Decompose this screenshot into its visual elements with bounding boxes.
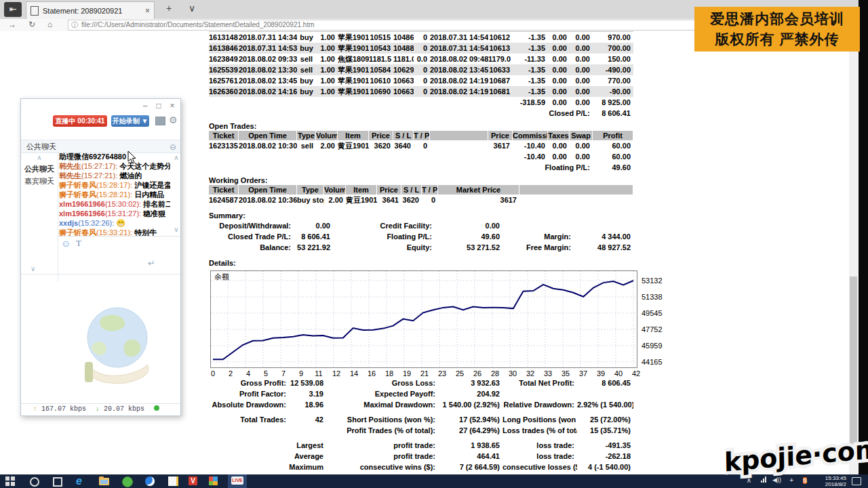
tab-close-icon[interactable]: ×	[145, 6, 150, 16]
table-row: Profit Trades (% of total):27 (64.29%)Lo…	[209, 425, 633, 436]
table-cell: -262.18	[577, 451, 633, 462]
sidebar-item-guest-chat[interactable]: 嘉宾聊天	[21, 175, 58, 187]
message-time: (15:28:17):	[96, 181, 132, 189]
table-cell	[209, 425, 289, 436]
chat-scrollbar[interactable]: ∧ ∨	[173, 153, 180, 235]
table-cell: 1179.0	[488, 54, 513, 64]
tab-title: Statement: 2089020921	[43, 7, 141, 15]
table-cell: 0.00	[548, 86, 570, 97]
minimize-icon[interactable]: –	[140, 100, 151, 111]
tab-preview-chevron-icon[interactable]: ∨	[184, 3, 199, 14]
sidebar-down-icon[interactable]: ∨	[31, 264, 35, 274]
closed-trades-totals: -318.590.000.008 925.00	[209, 97, 633, 108]
summary-title: Summary:	[209, 211, 633, 220]
table-cell: Swap	[570, 131, 593, 140]
browser-tab[interactable]: Statement: 2089020921 ×	[26, 1, 155, 19]
working-orders-header: TicketOpen TimeTypeVolumeItemPriceS / LT…	[209, 185, 633, 195]
y-axis-tick: 44165	[642, 358, 672, 366]
start-button-icon[interactable]	[5, 476, 16, 487]
live-status-button[interactable]: 直播中 00:30:41 ▼	[53, 115, 107, 127]
table-cell	[430, 140, 488, 151]
cortana-icon[interactable]	[30, 477, 41, 488]
table-cell: Taxes	[548, 131, 570, 140]
watermark-line-1: 爱思潘内部会员培训	[694, 9, 860, 29]
table-cell: 苹果1901	[338, 32, 369, 43]
task-view-icon[interactable]	[53, 477, 64, 488]
table-cell	[289, 425, 326, 436]
scrollbar-thumb[interactable]	[850, 277, 857, 446]
close-icon[interactable]: ×	[167, 100, 178, 111]
x-axis-tick: 26	[471, 369, 484, 378]
chat-message: xxdjs(15:32:26):😁	[59, 218, 170, 228]
table-row: Maximumconsecutive wins ($):7 (2 664.59)…	[209, 462, 633, 472]
table-cell: -1.35	[513, 43, 548, 54]
chat-scroll-up-icon[interactable]: ∧	[173, 153, 180, 163]
table-row: TicketOpen TimeTypeVolumeItemPriceS / LT…	[209, 185, 633, 195]
table-cell: 2.92% (1 540.00)	[577, 399, 633, 410]
foxit-reader-icon[interactable]: V	[189, 476, 199, 487]
edge-browser-icon[interactable]: e	[76, 476, 87, 487]
table-cell: Maximal Drawdown:	[326, 399, 438, 410]
chat-controls: 直播中 00:30:41 ▼ 开始录制 ▼ ⚙	[21, 114, 180, 130]
refresh-icon[interactable]: ↻	[28, 20, 35, 29]
table-cell: 60.00	[593, 151, 633, 162]
message-time: (15:27:21):	[81, 171, 117, 180]
file-explorer-icon[interactable]	[99, 476, 110, 487]
table-cell: 150.00	[593, 54, 633, 64]
notes-app-icon[interactable]	[168, 476, 179, 487]
table-cell: 2018.08.02 09:48:40	[430, 54, 488, 64]
download-speed: 20.07 kbps	[104, 405, 144, 413]
open-trades-title: Open Trades:	[209, 121, 633, 131]
x-axis-tick: 39	[594, 369, 608, 378]
live-stream-app-icon[interactable]: LIVE	[228, 474, 247, 488]
table-cell: loss trade:	[502, 440, 577, 451]
table-cell: consecutive losses ($):	[502, 462, 577, 472]
table-cell: S / L	[393, 131, 414, 140]
sidebar-up-icon[interactable]: ∧	[21, 153, 58, 163]
table-cell: 10515	[369, 32, 393, 43]
media-app-icon[interactable]	[209, 476, 220, 487]
table-cell: 0.00	[548, 43, 570, 54]
table-row: 16138462018.07.31 14:53:36buy1.00苹果19011…	[209, 43, 633, 54]
chat-message: 狮子斩春风(15:28:21):日内精品	[59, 190, 170, 199]
table-cell: 4 344.00	[574, 231, 633, 242]
home-icon[interactable]: ⌂	[47, 20, 52, 29]
emoji-icon[interactable]: ☺	[61, 238, 71, 249]
360-browser-icon[interactable]	[122, 476, 133, 487]
collapse-icon[interactable]: ⊖	[170, 141, 176, 153]
table-cell: 42	[289, 414, 326, 425]
table-cell: 10610	[369, 75, 393, 86]
table-cell: 黄豆1901	[346, 195, 377, 205]
forward-icon[interactable]: →	[8, 20, 16, 29]
page-scrollbar[interactable]: ∧	[849, 31, 858, 474]
table-cell: 0.00	[570, 32, 593, 43]
start-recording-button[interactable]: 开始录制 ▼	[111, 115, 149, 127]
info-icon[interactable]: ⓘ	[71, 20, 78, 30]
table-cell: 1 540.00 (2.92%)	[438, 399, 502, 410]
qq-browser-icon[interactable]	[145, 476, 156, 487]
table-cell: 2018.08.02 10:30:15	[239, 140, 297, 151]
layout-grid-icon[interactable]	[155, 117, 165, 125]
table-cell: 10612	[488, 32, 513, 43]
table-cell: 0.00	[570, 54, 593, 64]
sidebar-item-public-chat[interactable]: 公共聊天	[21, 163, 58, 175]
chat-scroll-down-icon[interactable]: ∨	[173, 225, 180, 235]
font-icon[interactable]: T	[76, 238, 81, 249]
chat-titlebar[interactable]: – □ ×	[21, 99, 180, 113]
closed-pl-label: Closed P/L:	[209, 108, 593, 119]
new-tab-button[interactable]: +	[161, 3, 176, 14]
chat-input[interactable]	[58, 249, 180, 272]
table-cell: profit trade:	[326, 451, 438, 462]
download-arrow-icon: ↓	[96, 405, 100, 413]
send-icon[interactable]: ↵	[148, 258, 155, 268]
message-time: (15:31:27):	[105, 209, 141, 218]
table-cell: 10663	[393, 86, 414, 97]
table-cell: -11.33	[513, 54, 548, 64]
table-cell: 1181.0	[393, 54, 414, 64]
gear-icon[interactable]: ⚙	[169, 115, 178, 125]
table-cell: 1624587	[209, 195, 239, 205]
screen-capture-icon[interactable]: ⇤	[4, 2, 22, 17]
table-cell: 0.00	[548, 97, 570, 108]
table-cell: Volume	[316, 131, 338, 140]
maximize-icon[interactable]: □	[153, 100, 164, 111]
